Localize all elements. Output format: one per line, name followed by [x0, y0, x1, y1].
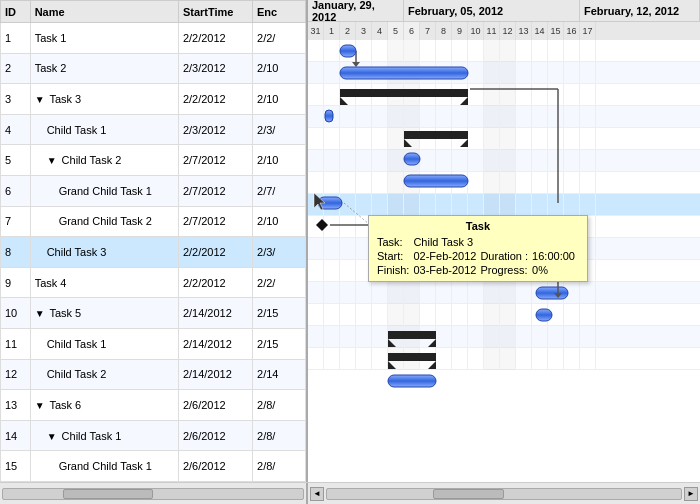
gantt-grid-col [564, 150, 580, 172]
cell-enc: 2/8/ [253, 451, 306, 482]
gantt-grid-col [484, 326, 500, 348]
gantt-grid-col [468, 194, 484, 216]
col-header-enc: Enc [253, 1, 306, 23]
gantt-grid-col [532, 40, 548, 62]
gantt-grid-col [372, 84, 388, 106]
cell-name: ▼ Task 3 [30, 84, 178, 115]
table-row: 5 ▼ Child Task 2 2/7/2012 2/10 [1, 145, 306, 176]
gantt-grid-col [420, 106, 436, 128]
gantt-row [308, 150, 700, 172]
gantt-grid-col [580, 348, 596, 370]
gantt-row [308, 62, 700, 84]
tooltip-finish-label: Finish: [377, 263, 413, 277]
gantt-grid-col [308, 106, 324, 128]
gantt-grid-col [500, 150, 516, 172]
gantt-grid-col [372, 172, 388, 194]
expand-icon[interactable]: ▼ [35, 94, 45, 105]
tooltip-duration-value: 16:00:00 [532, 249, 579, 263]
gantt-grid-col [500, 194, 516, 216]
gantt-grid-col [564, 348, 580, 370]
gantt-grid-col [468, 150, 484, 172]
gantt-day-8: 8 [436, 22, 452, 40]
gantt-grid-col [372, 326, 388, 348]
gantt-grid-col [564, 40, 580, 62]
gantt-grid-col [388, 84, 404, 106]
gantt-grid-col [324, 194, 340, 216]
scroll-left-button[interactable]: ◄ [310, 487, 324, 501]
gantt-grid-col [388, 194, 404, 216]
gantt-grid-col [436, 304, 452, 326]
cell-id: 4 [1, 114, 31, 145]
content-area: ID Name StartTime Enc 1 Task 1 2/2/2012 … [0, 0, 700, 482]
gantt-grid-col [468, 304, 484, 326]
gantt-grid-col [404, 84, 420, 106]
gantt-grid-col [372, 62, 388, 84]
cell-id: 12 [1, 359, 31, 390]
gantt-day-11: 11 [484, 22, 500, 40]
gantt-grid-col [548, 128, 564, 150]
gantt-row [308, 128, 700, 150]
left-scrollbar[interactable] [0, 483, 308, 504]
gantt-grid-col [340, 304, 356, 326]
gantt-grid-col [452, 348, 468, 370]
gantt-grid-col [356, 106, 372, 128]
cell-start: 2/2/2012 [178, 237, 252, 268]
gantt-grid-col [308, 282, 324, 304]
gantt-day-6: 6 [404, 22, 420, 40]
gantt-grid-col [436, 348, 452, 370]
gantt-row [308, 40, 700, 62]
expand-icon[interactable]: ▼ [35, 308, 45, 319]
gantt-grid-col [468, 84, 484, 106]
table-row: 11 Child Task 1 2/14/2012 2/15 [1, 328, 306, 359]
expand-icon[interactable]: ▼ [47, 155, 57, 166]
gantt-grid-col [308, 326, 324, 348]
expand-icon[interactable]: ▼ [47, 431, 57, 442]
gantt-grid-col [500, 326, 516, 348]
gantt-grid-col [484, 150, 500, 172]
cell-name: ▼ Task 6 [30, 390, 178, 421]
cell-start: 2/3/2012 [178, 53, 252, 84]
cell-id: 1 [1, 23, 31, 54]
right-scrollbar-track[interactable] [326, 488, 682, 500]
gantt-grid-col [436, 172, 452, 194]
gantt-grid-col [324, 172, 340, 194]
cell-start: 2/3/2012 [178, 114, 252, 145]
gantt-grid-col [516, 150, 532, 172]
gantt-grid-col [452, 172, 468, 194]
cell-enc: 2/8/ [253, 390, 306, 421]
gantt-day-9: 9 [452, 22, 468, 40]
table-row: 15 Grand Child Task 1 2/6/2012 2/8/ [1, 451, 306, 482]
gantt-grid-col [500, 282, 516, 304]
cell-start: 2/7/2012 [178, 206, 252, 237]
gantt-grid-col [516, 62, 532, 84]
cell-start: 2/14/2012 [178, 328, 252, 359]
gantt-grid-col [388, 150, 404, 172]
gantt-day-1: 1 [324, 22, 340, 40]
gantt-grid-col [580, 150, 596, 172]
gantt-grid-col [308, 194, 324, 216]
gantt-grid-col [548, 304, 564, 326]
gantt-grid-col [372, 150, 388, 172]
right-scrollbar[interactable]: ◄ ► [308, 483, 700, 504]
gantt-grid-col [340, 326, 356, 348]
svg-rect-22 [388, 375, 436, 387]
left-scrollbar-thumb[interactable] [63, 489, 153, 499]
gantt-grid-col [516, 326, 532, 348]
gantt-chart: ID Name StartTime Enc 1 Task 1 2/2/2012 … [0, 0, 700, 504]
gantt-grid-col [356, 172, 372, 194]
gantt-grid-col [436, 150, 452, 172]
tooltip-task-label: Task: [377, 235, 413, 249]
cell-id: 3 [1, 84, 31, 115]
gantt-day-13: 13 [516, 22, 532, 40]
scroll-right-button[interactable]: ► [684, 487, 698, 501]
gantt-grid-col [308, 260, 324, 282]
gantt-day-16: 16 [564, 22, 580, 40]
expand-icon[interactable]: ▼ [35, 400, 45, 411]
gantt-grid-col [532, 172, 548, 194]
left-scrollbar-track[interactable] [2, 488, 304, 500]
gantt-grid-col [548, 150, 564, 172]
gantt-grid-col [468, 326, 484, 348]
cell-enc: 2/7/ [253, 175, 306, 206]
right-scrollbar-thumb[interactable] [433, 489, 504, 499]
cell-name: ▼ Child Task 1 [30, 420, 178, 451]
